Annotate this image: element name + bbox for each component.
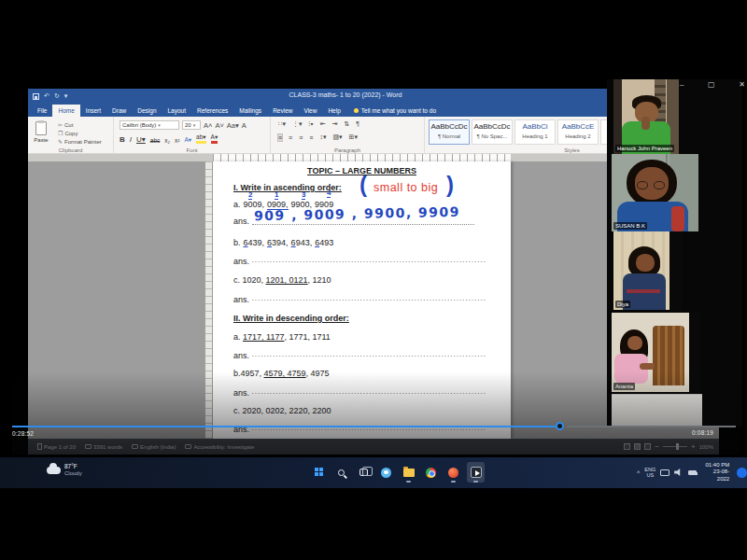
tab-design[interactable]: Design <box>132 105 162 117</box>
cut-button[interactable]: ✂Cut <box>58 121 73 128</box>
paste-button[interactable]: Paste <box>30 137 52 143</box>
tab-draw[interactable]: Draw <box>106 105 132 117</box>
style-heading2[interactable]: AaBbCcE Heading 2 <box>557 119 599 145</box>
align-right-icon[interactable]: ≡ <box>299 134 303 141</box>
grow-font-icon[interactable]: A˄ <box>204 121 212 130</box>
seek-handle[interactable] <box>556 422 564 430</box>
tab-help[interactable]: Help <box>322 105 345 117</box>
zoom-slider[interactable] <box>663 446 687 447</box>
document-page: TOPIC – LARGE NUMBERS I. Write in ascend… <box>213 161 511 439</box>
touch-keyboard-icon[interactable] <box>660 469 669 476</box>
clear-format-icon[interactable]: A <box>242 121 247 130</box>
highlight-color-icon[interactable]: ab▾ <box>196 133 206 144</box>
vertical-ruler[interactable] <box>205 161 212 439</box>
sort-icon[interactable]: ⇅ <box>344 120 349 128</box>
tab-layout[interactable]: Layout <box>162 105 192 117</box>
zoom-out-icon[interactable]: − <box>655 443 659 451</box>
justify-icon[interactable]: ≡ <box>309 134 313 141</box>
paragraph-group-label: Paragraph <box>271 147 424 153</box>
copy-button[interactable]: ❐Copy <box>58 130 78 136</box>
style-normal[interactable]: AaBbCcDc ¶ Normal <box>429 119 470 145</box>
clock[interactable]: 01:40 PM 23-08-2022 <box>701 462 729 483</box>
word-count[interactable]: 3391 words <box>85 444 122 450</box>
section2-heading: II. Write in descending order: <box>233 314 349 323</box>
numbering-icon[interactable]: ⋮▾ <box>292 120 303 128</box>
annotation-text: small to big <box>374 181 438 194</box>
web-layout-icon[interactable] <box>644 443 651 450</box>
pilcrow-icon[interactable]: ¶ <box>356 120 359 128</box>
participant-video-3[interactable]: Diya <box>613 231 683 310</box>
tab-file[interactable]: File <box>32 105 52 117</box>
participant-video-5[interactable] <box>612 394 702 427</box>
seek-bar-played[interactable] <box>12 426 559 427</box>
battery-icon[interactable] <box>688 470 697 475</box>
task-view-icon <box>359 469 368 476</box>
increase-indent-icon[interactable]: ⇥ <box>332 120 338 128</box>
borders-icon[interactable]: ⊞▾ <box>349 133 358 141</box>
taskbar-icons <box>310 462 485 483</box>
italic-icon[interactable]: I <box>130 135 132 144</box>
subscript-icon[interactable]: x₂ <box>164 137 170 144</box>
participant-video-1[interactable]: Hanock John Praveen <box>613 79 679 154</box>
maximize-icon[interactable]: ▢ <box>708 79 715 91</box>
page-indicator[interactable]: Page 1 of 20 <box>37 443 76 450</box>
bold-icon[interactable]: B <box>120 135 125 144</box>
print-layout-icon[interactable] <box>634 443 641 450</box>
windows-icon <box>315 468 324 477</box>
weather-condition: Cloudy <box>64 470 82 477</box>
decrease-indent-icon[interactable]: ⇤ <box>320 120 326 128</box>
minimize-icon[interactable]: – <box>680 79 684 91</box>
tab-review[interactable]: Review <box>267 105 298 117</box>
participant-video-2[interactable]: SUSAN B.K <box>612 154 698 231</box>
volume-icon[interactable] <box>674 469 684 476</box>
font-color-icon[interactable]: A▾ <box>211 133 218 144</box>
style-heading1[interactable]: AaBbCi Heading 1 <box>514 119 556 145</box>
line-spacing-icon[interactable]: ↕▾ <box>319 133 326 141</box>
font-name-select[interactable]: Calibri (Body)▾ <box>120 120 179 130</box>
format-painter-button[interactable]: ✎Format Painter <box>58 138 102 145</box>
tray-expand-icon[interactable]: ^ <box>637 469 640 476</box>
underline-icon[interactable]: U▾ <box>136 135 146 144</box>
video-player-button[interactable] <box>467 462 485 483</box>
notification-badge[interactable] <box>737 468 747 478</box>
align-center-icon[interactable]: ≡ <box>289 134 292 141</box>
shrink-font-icon[interactable]: A˅ <box>215 121 223 130</box>
font-group-label: Font <box>114 147 270 153</box>
search-button[interactable] <box>332 462 350 483</box>
shading-icon[interactable]: ▨▾ <box>332 133 342 141</box>
tell-me-box[interactable]: Tell me what you want to do <box>354 105 436 117</box>
read-mode-icon[interactable] <box>624 443 630 450</box>
accessibility-status[interactable]: Accessibility: Investigate <box>185 444 254 450</box>
tab-references[interactable]: References <box>191 105 233 117</box>
file-explorer-button[interactable] <box>400 462 417 483</box>
superscript-icon[interactable]: x² <box>175 137 179 144</box>
paste-icon[interactable] <box>35 121 47 135</box>
tab-view[interactable]: View <box>298 105 322 117</box>
weather-widget[interactable]: 87°F Cloudy <box>47 463 82 477</box>
zoom-in-icon[interactable]: + <box>691 443 696 451</box>
font-size-select[interactable]: 20▾ <box>182 120 201 130</box>
language-indicator[interactable]: English (India) <box>132 444 176 450</box>
folder-icon <box>403 469 415 477</box>
tab-home[interactable]: Home <box>52 105 79 117</box>
seek-bar-remaining[interactable] <box>567 426 736 427</box>
text-effects-icon[interactable]: A▾ <box>185 136 192 144</box>
chrome-button[interactable] <box>422 462 440 483</box>
chat-button[interactable] <box>377 462 395 483</box>
zoom-level[interactable]: 100% <box>699 444 713 450</box>
change-case-icon[interactable]: Aa▾ <box>227 121 239 130</box>
tab-insert[interactable]: Insert <box>80 105 106 117</box>
multilevel-list-icon[interactable]: ⫶▾ <box>308 120 313 128</box>
start-button[interactable] <box>310 462 328 483</box>
style-no-spacing[interactable]: AaBbCcDc ¶ No Spac... <box>472 119 513 145</box>
media-app-button[interactable] <box>444 462 462 483</box>
participant-video-4[interactable]: Ananta <box>612 313 700 392</box>
strikethrough-icon[interactable]: abc <box>150 137 160 144</box>
zoom-slider-thumb[interactable] <box>676 443 679 450</box>
close-icon[interactable]: ✕ <box>739 79 745 91</box>
bullets-icon[interactable]: ∷▾ <box>278 120 286 128</box>
align-left-icon[interactable]: ≡ <box>278 134 282 141</box>
language-switcher[interactable]: ENG US <box>644 467 655 478</box>
tab-mailings[interactable]: Mailings <box>233 105 267 117</box>
task-view-button[interactable] <box>355 462 373 483</box>
